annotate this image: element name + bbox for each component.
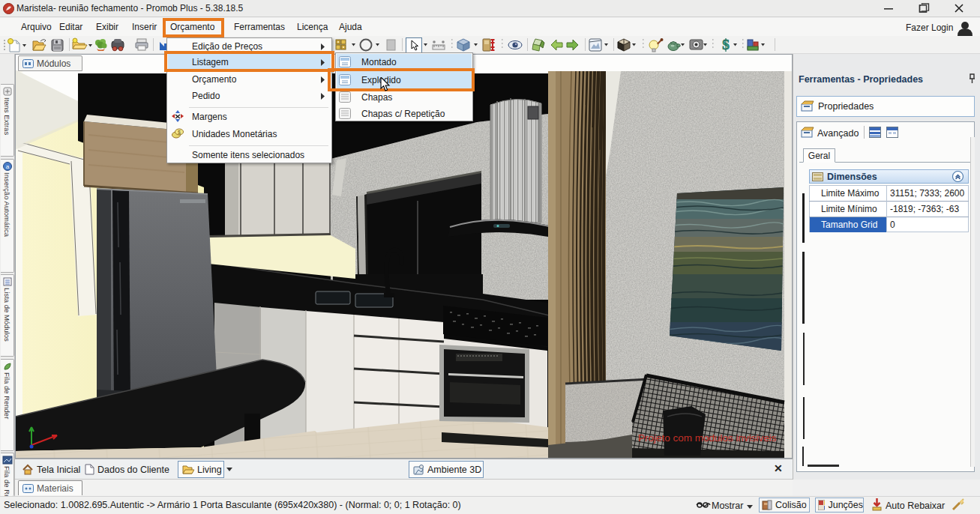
svg-text:Projeto com modulos invisiveis: Projeto com modulos invisiveis <box>638 432 777 444</box>
svg-text:$: $ <box>178 130 181 135</box>
svg-text:a: a <box>6 163 10 170</box>
